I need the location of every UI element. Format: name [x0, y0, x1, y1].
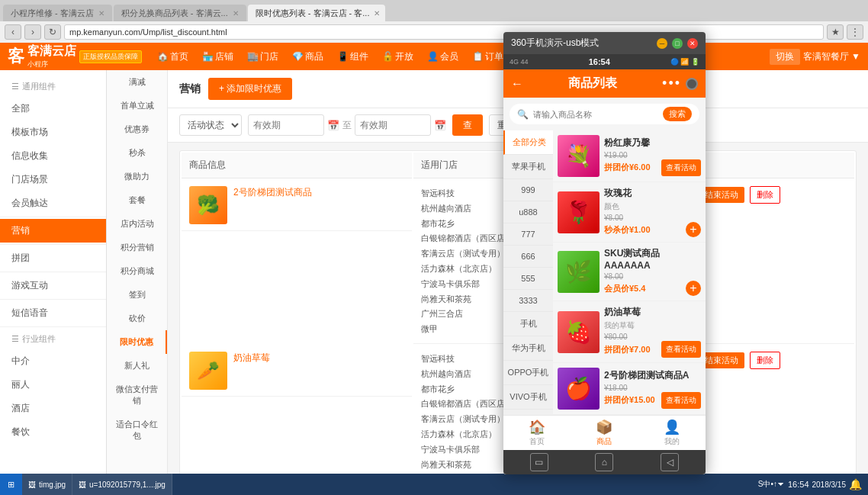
tab-3-close[interactable]: ✕ [374, 9, 380, 18]
status-filter[interactable]: 活动状态 进行中 已结束 未开始 [179, 114, 242, 136]
sub-item-bargain[interactable]: 砍价 [107, 307, 167, 330]
phone-nav-me[interactable]: 👤 我的 [638, 419, 706, 447]
sub-item-wechatpay[interactable]: 微信支付营销 [107, 378, 167, 413]
phone-see-btn-5[interactable]: 查看活动 [661, 392, 701, 409]
phone-search-button[interactable]: 搜索 [663, 107, 692, 121]
date-to[interactable] [355, 114, 431, 136]
tab-1-close[interactable]: ✕ [98, 9, 104, 18]
phone-search-input[interactable] [533, 110, 658, 119]
nav-open[interactable]: 🔓 开放 [376, 43, 420, 70]
sidebar-item-template[interactable]: 模板市场 [0, 121, 106, 144]
phone-status-bar: 4G 44 16:54 🔵 📶 🔋 [503, 54, 706, 69]
nav-component[interactable]: 📱 组件 [331, 43, 375, 70]
sidebar-item-marketing[interactable]: 营销 [0, 219, 106, 243]
sidebar-item-all[interactable]: 全部 [0, 97, 106, 121]
delete-btn-1[interactable]: 删除 [750, 186, 780, 204]
store-selector[interactable]: 客满智餐厅 ▼ [803, 50, 860, 63]
forward-btn[interactable]: › [24, 24, 41, 40]
nav-shop[interactable]: 🏬 门店 [241, 43, 285, 70]
sys-btn-home[interactable]: ⌂ [595, 453, 613, 471]
nav-product[interactable]: 💎 商品 [286, 43, 330, 70]
product-link-1[interactable]: 2号阶梯团测试商品 [233, 186, 312, 199]
phone-add-btn-2[interactable]: + [686, 222, 701, 237]
end-btn-1[interactable]: 结束活动 [699, 187, 744, 203]
phone-add-btn-3[interactable]: + [686, 281, 701, 296]
mobile-minimize-btn[interactable]: ─ [657, 38, 667, 49]
sub-item-weizhuli[interactable]: 微助力 [107, 165, 167, 188]
add-button[interactable]: + 添加限时优惠 [208, 78, 292, 100]
sub-item-coupon[interactable]: 优惠券 [107, 117, 167, 141]
back-btn[interactable]: ‹ [5, 24, 21, 40]
sys-btn-back[interactable]: ◁ [661, 453, 679, 471]
sys-btn-square[interactable]: ▭ [530, 453, 548, 471]
cat-item-vivo[interactable]: VIVO手机 [503, 385, 553, 410]
cat-item-999[interactable]: 999 [503, 179, 553, 201]
sub-item-flash[interactable]: 秒杀 [107, 141, 167, 165]
sidebar-item-food[interactable]: 餐饮 [0, 420, 106, 444]
bookmark-btn[interactable]: ★ [827, 24, 844, 40]
phone-nav-home[interactable]: 🏠 首页 [503, 419, 571, 447]
delete-btn-2[interactable]: 删除 [750, 352, 780, 369]
cat-item-all[interactable]: 全部分类 [503, 130, 553, 155]
sub-item-newgift[interactable]: 新人礼 [107, 354, 167, 378]
cat-item-oppo[interactable]: OPPO手机 [503, 361, 553, 385]
taskbar-item-1[interactable]: 🖼 timg.jpg [22, 474, 72, 495]
mobile-close-btn[interactable]: ✕ [687, 38, 698, 49]
sub-item-redpacket[interactable]: 适合口令红包 [107, 413, 167, 448]
cat-item-555[interactable]: 555 [503, 268, 553, 290]
url-bar[interactable] [64, 24, 824, 40]
sidebar-item-group[interactable]: 拼团 [0, 246, 106, 270]
tab-2[interactable]: 积分兑换商品列表 - 客满云... ✕ [114, 5, 246, 21]
cat-item-apple[interactable]: 苹果手机 [503, 155, 553, 179]
mobile-overlay: 360手机演示-usb模式 ─ □ ✕ 4G 44 16:54 🔵 📶 🔋 ← … [503, 32, 706, 474]
cat-item-3333[interactable]: 3333 [503, 290, 553, 312]
cat-item-u888[interactable]: u888 [503, 201, 553, 223]
cat-item-huawei[interactable]: 华为手机 [503, 336, 553, 361]
sub-item-points-mall[interactable]: 积分商城 [107, 259, 167, 283]
switch-btn[interactable]: 切换 [770, 49, 800, 65]
start-button[interactable]: ⊞ [0, 474, 22, 495]
sub-item-points-marketing[interactable]: 积分营销 [107, 236, 167, 259]
notification-icon[interactable]: 🔔 [849, 478, 862, 490]
windows-icon: ⊞ [8, 480, 14, 490]
sub-item-manjian[interactable]: 满减 [107, 70, 167, 94]
settings-btn[interactable]: ⋮ [847, 24, 863, 40]
phone-nav-product[interactable]: 📦 商品 [571, 419, 638, 447]
sub-item-firstorder[interactable]: 首单立减 [107, 94, 167, 117]
product-link-2[interactable]: 奶油草莓 [233, 352, 270, 365]
sidebar-item-hotel[interactable]: 酒店 [0, 397, 106, 420]
nav-store[interactable]: 🏪 店铺 [196, 43, 240, 70]
sidebar-item-info[interactable]: 信息收集 [0, 144, 106, 168]
phone-back-btn[interactable]: ← [511, 77, 523, 91]
sidebar-item-game[interactable]: 游戏互动 [0, 274, 106, 297]
date-from[interactable] [248, 114, 324, 136]
cat-item-phone[interactable]: 手机 [503, 312, 553, 336]
nav-home[interactable]: 🏠 首页 [151, 43, 194, 70]
search-button[interactable]: 查 [452, 114, 483, 136]
cat-item-777[interactable]: 777 [503, 223, 553, 246]
cat-item-666[interactable]: 666 [503, 246, 553, 268]
sub-item-package[interactable]: 套餐 [107, 188, 167, 212]
phone-see-btn-4[interactable]: 查看活动 [661, 341, 701, 358]
sidebar-item-beauty[interactable]: 丽人 [0, 373, 106, 397]
phone-menu-icon[interactable]: ••• [662, 76, 681, 92]
sidebar-item-member[interactable]: 会员触达 [0, 191, 106, 215]
phone-see-btn-1[interactable]: 查看活动 [661, 159, 701, 176]
mobile-maximize-btn[interactable]: □ [672, 38, 683, 49]
taskbar-item-2[interactable]: 🖼 u=1092015779,1....jpg [72, 474, 172, 495]
product-img-2: 🥕 [189, 352, 227, 390]
taskbar-right: S中•↑⏷ 16:54 2018/3/15 🔔 [752, 478, 868, 490]
section-title: 营销 [179, 82, 201, 96]
sidebar-item-realestate[interactable]: 中介 [0, 349, 106, 373]
sub-item-instore[interactable]: 店内活动 [107, 212, 167, 236]
tab-2-close[interactable]: ✕ [233, 9, 239, 18]
sub-item-timelimited[interactable]: 限时优惠 [107, 330, 167, 354]
sub-item-checkin[interactable]: 签到 [107, 283, 167, 307]
tab-1[interactable]: 小程序维修 - 客满云店 ✕ [3, 5, 112, 21]
end-btn-2[interactable]: 结束活动 [699, 352, 744, 368]
sidebar-item-sms[interactable]: 短信语音 [0, 301, 106, 325]
tab-3[interactable]: 限时优惠列表 - 客满云店 - 客... ✕ [248, 5, 385, 21]
nav-member[interactable]: 👤 会员 [421, 43, 465, 70]
refresh-btn[interactable]: ↻ [44, 24, 61, 40]
sidebar-item-doorscene[interactable]: 门店场景 [0, 168, 106, 191]
